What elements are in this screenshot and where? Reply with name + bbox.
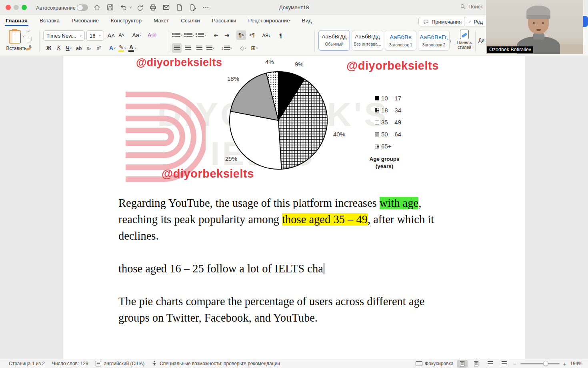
highlight-color-button[interactable]: ✎˅ — [118, 43, 127, 53]
search-icon — [460, 4, 466, 10]
format-painter-icon — [26, 45, 31, 51]
styles-pane-button[interactable]: Панель стилей — [455, 30, 474, 50]
draft-view-button[interactable] — [499, 360, 510, 368]
chevron-down-icon[interactable]: ˅ — [22, 34, 24, 38]
text-line[interactable] — [118, 246, 434, 262]
document-text[interactable]: Regarding YouTube, the usage of this pla… — [118, 197, 434, 328]
font-color-label: А — [128, 44, 134, 52]
text-run: reaching its peak popularity among — [118, 213, 282, 226]
outline-view-button[interactable] — [485, 360, 496, 368]
borders-icon: ⊞ — [251, 45, 256, 51]
align-center-button[interactable] — [183, 43, 193, 53]
strikethrough-button[interactable]: ab — [74, 43, 84, 53]
grow-font-button[interactable]: А˄ — [106, 30, 116, 40]
language-label: английский (США) — [104, 361, 144, 366]
chevron-down-icon: ˅ — [80, 34, 82, 38]
tab-главная[interactable]: Главная — [5, 15, 28, 26]
web-layout-view-button[interactable] — [471, 360, 482, 368]
zoom-level[interactable]: 194% — [570, 361, 582, 366]
web-layout-icon — [474, 361, 478, 366]
format-painter-button[interactable] — [25, 45, 32, 51]
bold-button[interactable]: Ж — [44, 43, 54, 53]
bullet-list-button[interactable]: ˅ — [172, 30, 183, 40]
legend-item: 35 – 49 — [375, 116, 401, 128]
pie-slice-35–49 — [230, 111, 282, 169]
superscript-button[interactable]: x² — [94, 43, 104, 53]
pie-label-50-64: 18% — [227, 75, 239, 82]
text-line[interactable]: those aged 16 – 25 follow a lot of IELTS… — [118, 262, 434, 279]
zoom-out-button[interactable]: − — [513, 360, 517, 367]
style-заголовок-2[interactable]: АаБбВвГг,Заголовок 2 — [418, 30, 450, 51]
tab-рецензирование[interactable]: Рецензирование — [247, 15, 290, 26]
dictate-button[interactable]: Ди — [478, 38, 484, 43]
document-page[interactable]: DIYORBEK'S IELTS @diyorbeksielts @diyorb… — [63, 56, 525, 359]
tab-ссылки[interactable]: Ссылки — [180, 15, 201, 26]
style-без-интерва-[interactable]: АаБбВгДдБез интерва... — [352, 30, 383, 51]
numbered-list-button[interactable]: ˅ — [184, 30, 195, 40]
align-right-icon — [196, 46, 202, 50]
shading-button[interactable]: ◇˅ — [238, 43, 248, 53]
justify-button[interactable]: ˅ — [206, 43, 215, 53]
word-count-status[interactable]: Число слов: 129 — [52, 361, 88, 366]
tab-вид[interactable]: Вид — [301, 15, 312, 26]
tab-рассылки[interactable]: Рассылки — [211, 15, 237, 26]
accessibility-status[interactable]: Специальные возможности: проверьте реком… — [152, 361, 280, 366]
borders-button[interactable]: ⊞˅ — [250, 43, 259, 53]
clear-formatting-button[interactable]: А⌫ — [147, 30, 157, 40]
text-line[interactable]: Regarding YouTube, the usage of this pla… — [118, 197, 434, 213]
line-spacing-icon — [224, 46, 230, 50]
search-field[interactable]: Поиск — [460, 4, 483, 10]
increase-indent-button[interactable]: ⇥ — [222, 30, 232, 40]
change-case-button[interactable]: Aa˅ — [132, 30, 142, 40]
multilevel-list-button[interactable]: ˅ — [196, 30, 206, 40]
tab-конструктор[interactable]: Конструктор — [110, 15, 142, 26]
style-name: Без интерва... — [352, 42, 383, 46]
copy-button[interactable] — [25, 36, 32, 43]
text-run: declines. — [118, 230, 159, 242]
ltr-paragraph-button[interactable]: ¶> — [236, 30, 246, 40]
decrease-indent-button[interactable]: ⇤ — [211, 30, 221, 40]
person-neck — [533, 33, 544, 40]
style-обычный[interactable]: АаБбВгДдОбычный — [318, 30, 350, 51]
tab-вставка[interactable]: Вставка — [39, 15, 60, 26]
line-spacing-button[interactable]: ↕˅ — [222, 43, 232, 53]
cut-button[interactable]: ✂ — [25, 28, 32, 34]
subscript-button[interactable]: x₂ — [84, 43, 94, 53]
print-layout-view-button[interactable] — [457, 360, 468, 368]
tab-макет[interactable]: Макет — [153, 15, 170, 26]
text-effects-label: А — [109, 45, 113, 51]
align-right-button[interactable] — [194, 43, 204, 53]
text-line[interactable] — [118, 279, 434, 295]
comments-button[interactable]: Примечания — [418, 17, 466, 26]
tab-рисование[interactable]: Рисование — [71, 15, 100, 26]
zoom-slider-thumb[interactable] — [543, 361, 548, 366]
text-line[interactable]: groups on Twitter, Facebook, and YouTube… — [118, 312, 434, 328]
justify-icon — [206, 46, 212, 50]
text-line[interactable]: declines. — [118, 230, 434, 246]
style-заголовок-1[interactable]: АаБбВвЗаголовок 1 — [385, 30, 416, 51]
italic-button[interactable]: К — [54, 43, 64, 53]
text-effects-button[interactable]: А˅ — [108, 43, 117, 53]
rtl-paragraph-button[interactable]: <¶ — [247, 30, 257, 40]
language-status[interactable]: английский (США) — [96, 361, 144, 366]
text-line[interactable]: The pie charts compare the percentage of… — [118, 295, 434, 312]
styles-gallery-expand-button[interactable]: › — [450, 38, 451, 44]
focus-mode-button[interactable]: Фокусировка — [416, 361, 454, 366]
font-name-select[interactable]: Times New...˅ — [43, 30, 85, 41]
pie-chart[interactable] — [227, 69, 330, 172]
status-bar: Страница 1 из 2 Число слов: 129 английск… — [0, 359, 588, 368]
underline-button[interactable]: Ч˅ — [64, 43, 74, 53]
legend-title: Age groups (years) — [368, 156, 401, 170]
editing-mode-button[interactable]: Ред — [464, 17, 487, 26]
font-size-select[interactable]: 16˅ — [86, 30, 104, 41]
numbered-list-icon — [186, 33, 192, 38]
zoom-slider[interactable] — [520, 363, 560, 364]
zoom-in-button[interactable]: + — [563, 360, 567, 367]
font-color-button[interactable]: А˅ — [128, 43, 137, 53]
text-line[interactable]: reaching its peak popularity among those… — [118, 213, 434, 230]
page-number-status[interactable]: Страница 1 из 2 — [9, 361, 45, 366]
align-left-button[interactable] — [172, 43, 182, 53]
shrink-font-button[interactable]: А˅ — [117, 30, 126, 40]
sort-button[interactable]: АЯ↓ — [262, 30, 271, 40]
show-formatting-marks-button[interactable]: ¶ — [276, 30, 286, 40]
